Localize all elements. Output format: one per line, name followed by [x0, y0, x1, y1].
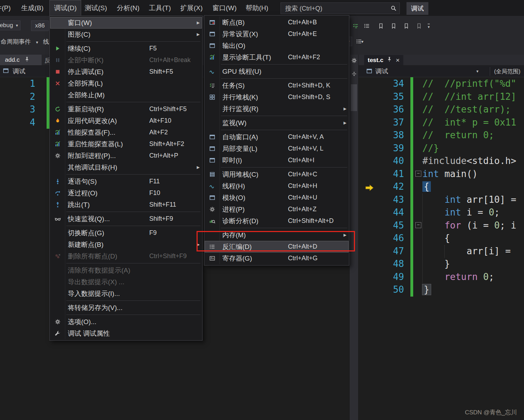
pin-icon[interactable]	[24, 56, 30, 64]
menubar-item-extensions[interactable]: 扩展(X)	[180, 0, 203, 16]
threads-button-partial[interactable]: 线	[43, 37, 49, 47]
menu-item-label: 局部变量(L)	[219, 144, 288, 153]
menu-item-registers[interactable]: 0x寄存器(G)Ctrl+Alt+G	[205, 252, 349, 264]
menu-item-save-dump-as[interactable]: 将转储另存为(V)...	[50, 302, 202, 314]
menu-item-stop-debugging[interactable]: 停止调试(E)Shift+F5	[50, 66, 202, 78]
editor-settings-gear-icon[interactable]	[350, 57, 358, 63]
menu-item-watch[interactable]: 监视(W)▶	[205, 117, 349, 129]
menu-item-terminate-all[interactable]: 全部终止(M)	[50, 89, 202, 101]
menu-item-detach-all[interactable]: 全部拆离(L)	[50, 78, 202, 89]
menu-item-import-datatips[interactable]: 导入数据提示(I)...	[50, 288, 202, 299]
menu-item-parallel-stacks[interactable]: 并行堆栈(K)Ctrl+Shift+D, S	[205, 91, 349, 103]
menu-item-exception-settings[interactable]: 异常设置(X)Ctrl+Alt+E	[205, 28, 349, 40]
submenu-arrow-icon: ▶	[194, 32, 202, 37]
menu-item-threads[interactable]: 线程(H)Ctrl+Alt+H	[205, 180, 349, 192]
menu-item-diagnostic-analysis[interactable]: 诊断分析(D)Ctrl+Shift+Alt+D	[205, 215, 349, 227]
hexbox-icon: 0x	[205, 255, 219, 261]
tab-test-c[interactable]: test.c	[364, 55, 403, 65]
collapse-region-icon[interactable]	[415, 222, 421, 228]
menu-item-processes[interactable]: 进程(P)Ctrl+Alt+Z	[205, 203, 349, 215]
menu-item-options[interactable]: 选项(O)...	[50, 316, 202, 328]
menu-item-performance-profiler[interactable]: 性能探查器(F)...Alt+F2	[50, 127, 202, 138]
menu-item-locals[interactable]: 局部变量(L)Ctrl+Alt+V, L	[205, 143, 349, 154]
menubar-item-test[interactable]: 测试(S)	[85, 0, 107, 16]
menu-item-shortcut: F10	[149, 189, 194, 197]
menu-item-delete-all-breakpoints[interactable]: 删除所有断点(D)Ctrl+Shift+F9	[50, 250, 202, 262]
menu-item-modules[interactable]: 模块(O)Ctrl+Alt+U	[205, 192, 349, 203]
menu-separator	[66, 41, 200, 42]
platform-dropdown[interactable]: x86	[31, 20, 49, 31]
code-text: // //test(arr);	[422, 103, 511, 116]
menu-item-restart[interactable]: 重新启动(R)Ctrl+Shift+F5	[50, 103, 202, 115]
close-icon[interactable]	[396, 57, 399, 63]
menu-item-windows[interactable]: 窗口(W)▶	[50, 17, 202, 29]
next-bookmark-icon[interactable]	[401, 20, 411, 31]
menu-item-clear-all-datatips[interactable]: 清除所有数据提示(A)	[50, 264, 202, 276]
menu-item-attach-to-process[interactable]: 附加到进程(P)...Ctrl+Alt+P	[50, 150, 202, 162]
menubar-item-window[interactable]: 窗口(W)	[212, 0, 237, 16]
menu-item-tasks[interactable]: 任务(S)Ctrl+Shift+D, K	[205, 80, 349, 91]
menubar-item-help[interactable]: 帮助(H)	[246, 0, 268, 16]
menubar-item-tools[interactable]: 工具(T)	[149, 0, 171, 16]
toggle-bookmark-icon[interactable]	[375, 20, 386, 31]
menu-item-label: 线程(H)	[219, 182, 288, 191]
search-input[interactable]: 搜索 (Ctrl+Q)	[281, 2, 400, 14]
menu-item-reattach-profiler[interactable]: 重启性能探查器(L)Shift+Alt+F2	[50, 138, 202, 150]
project-scope-dropdown[interactable]: 调试	[375, 66, 388, 77]
lifecycle-events-dropdown[interactable]: 命周期事件	[1, 37, 31, 47]
menu-item-debug-properties[interactable]: 调试 调试属性	[50, 328, 202, 339]
menu-item-export-datatips[interactable]: 导出数据提示(X) ...	[50, 276, 202, 288]
menubar-item-debug[interactable]: 调试(D)	[49, 0, 81, 16]
menu-item-graphics[interactable]: 图形(C)▶	[50, 29, 202, 40]
search-icon[interactable]	[387, 5, 399, 11]
scope-range-dropdown[interactable]: (全局范围)	[490, 66, 524, 77]
menu-item-step-over[interactable]: 逐过程(O)F10	[50, 187, 202, 199]
code-text: // //int arr[12]	[422, 90, 516, 103]
menu-item-other-debug-targets[interactable]: 其他调试目标(H)▶	[50, 162, 202, 173]
menu-item-label: 进程(P)	[219, 205, 288, 214]
list-members-icon[interactable]	[361, 20, 372, 31]
menu-item-autos[interactable]: 自动窗口(A)Ctrl+Alt+V, A	[205, 131, 349, 143]
menu-item-parallel-watch[interactable]: 并行监视(R)▶	[205, 103, 349, 115]
menu-item-continue[interactable]: 继续(C)F5	[50, 43, 202, 54]
menu-item-break-all[interactable]: 全部中断(K)Ctrl+Alt+Break	[50, 54, 202, 66]
menu-item-call-stack[interactable]: 调用堆栈(C)Ctrl+Alt+C	[205, 169, 349, 180]
solution-config-dropdown[interactable]: ebug	[0, 20, 20, 30]
chevron-down-icon[interactable]	[476, 66, 478, 77]
menubar-item-build[interactable]: 生成(B)	[21, 0, 43, 16]
menu-item-label: 断点(B)	[219, 18, 288, 27]
previous-bookmark-icon[interactable]	[388, 20, 399, 31]
clear-bookmarks-icon[interactable]	[414, 20, 424, 31]
grid-icon	[205, 94, 219, 100]
pin-icon[interactable]	[386, 56, 392, 64]
code-line: 43 int arr[10] =	[359, 193, 524, 206]
menu-item-step-into[interactable]: 逐语句(S)F11	[50, 176, 202, 187]
menu-item-step-out[interactable]: 跳出(T)Shift+F11	[50, 199, 202, 211]
chevron-down-icon[interactable]	[361, 39, 363, 44]
menu-item-apply-code-changes[interactable]: 应用代码更改(A)Alt+F10	[50, 115, 202, 127]
current-statement-arrow-icon[interactable]	[365, 183, 374, 193]
line-number: 36	[359, 103, 404, 116]
menu-item-quick-watch[interactable]: 快速监视(Q)...Shift+F9	[50, 213, 202, 225]
menu-item-shortcut: F11	[149, 178, 194, 185]
menu-item-toggle-breakpoint[interactable]: 切换断点(G)F9	[50, 227, 202, 239]
menubar-item-file[interactable]: 件(P)	[0, 0, 11, 16]
scrollbar-thumb[interactable]	[351, 84, 357, 111]
menu-item-shortcut: Ctrl+Alt+G	[288, 255, 341, 262]
collapse-region-icon[interactable]	[415, 171, 421, 177]
menu-item-new-breakpoint[interactable]: 新建断点(B)▶	[50, 239, 202, 250]
code-line: 39//}	[359, 142, 524, 155]
task-list-icon[interactable]	[350, 20, 361, 31]
menu-item-immediate[interactable]: 即时(I)Ctrl+Alt+I	[205, 154, 349, 166]
menu-item-breakpoints[interactable]: 断点(B)Ctrl+Alt+B	[205, 17, 349, 28]
code-editor[interactable]: 34// //printf("%d"35// //int arr[12]36//…	[359, 77, 524, 420]
menu-item-output[interactable]: 输出(O)	[205, 40, 349, 51]
step-into-icon	[50, 178, 65, 184]
menubar-item-analyze[interactable]: 分析(N)	[117, 0, 139, 16]
menu-item-show-diagnostic-tools[interactable]: 显示诊断工具(T)Ctrl+Alt+F2	[205, 51, 349, 63]
menu-item-gpu-threads[interactable]: GPU 线程(U)	[205, 66, 349, 77]
split-editor-icon[interactable]	[350, 71, 358, 77]
toolbar-overflow-icon[interactable]	[423, 21, 434, 32]
tab-add-c[interactable]: add.c	[0, 55, 42, 65]
left-scope-dropdown[interactable]: 调试	[13, 66, 25, 77]
